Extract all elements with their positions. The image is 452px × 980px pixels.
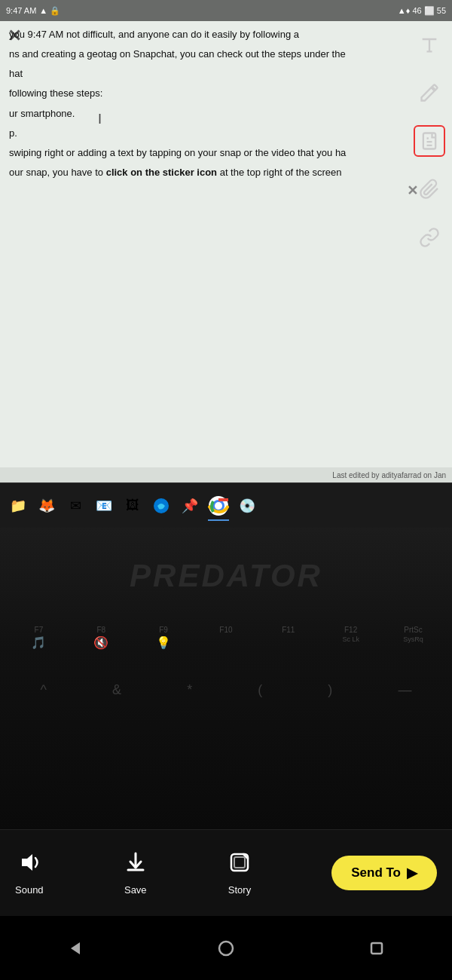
doc-line-3: hat — [9, 66, 398, 81]
doc-line-6: p. — [9, 126, 398, 141]
taskbar-disk[interactable]: 💿 — [235, 494, 259, 518]
svg-marker-5 — [22, 854, 32, 871]
doc-line-7: swiping right or adding a text by tappin… — [9, 145, 398, 161]
sym-caret[interactable]: ^ — [41, 682, 47, 698]
doc-footer: Last edited by adityafarrad on Jan — [0, 467, 452, 482]
taskbar-image[interactable]: 🖼 — [121, 494, 145, 518]
doc-line-1: you 9:47 AM not difficult, and anyone ca… — [9, 27, 398, 42]
story-label: Story — [228, 884, 251, 896]
doc-line-5: ur smartphone. — [9, 106, 398, 121]
save-action[interactable]: Save — [124, 850, 148, 896]
sym-open-paren[interactable]: ( — [258, 682, 262, 698]
svg-marker-8 — [71, 942, 80, 954]
android-nav-bar — [0, 916, 452, 980]
fn-key-f8[interactable]: F8 🔇 — [82, 626, 120, 650]
taskbar-mail-2[interactable]: 📧 — [92, 494, 116, 518]
sym-asterisk[interactable]: * — [187, 682, 192, 698]
nav-recents-button[interactable] — [363, 935, 390, 962]
nav-back-button[interactable] — [62, 935, 89, 962]
send-to-arrow: ▶ — [407, 865, 417, 881]
svg-rect-10 — [371, 943, 382, 954]
time-display: 9:47 AM — [6, 6, 36, 15]
doc-line-2: ns and creating a geotag on Snapchat, yo… — [9, 47, 398, 62]
svg-point-4 — [215, 502, 222, 510]
link-tool-button[interactable] — [414, 222, 445, 253]
taskbar-edge[interactable] — [149, 494, 173, 518]
document-area: 9:47 AM ▲ 🔒 ▲♦ 46 ⬜ 55 ✕ I ✕ you 9:47 AM… — [0, 0, 452, 482]
sound-action[interactable]: Sound — [15, 850, 44, 896]
sym-close-paren[interactable]: ) — [328, 682, 332, 698]
svg-point-9 — [219, 942, 233, 955]
symbol-key-row: ^ & * ( ) — — [0, 682, 452, 698]
edit-tool-button[interactable] — [414, 77, 445, 109]
fn-key-f7[interactable]: F7 🎵 — [20, 626, 57, 650]
save-icon — [124, 850, 148, 880]
text-tool-button[interactable] — [414, 29, 445, 60]
nav-home-button[interactable] — [212, 935, 240, 962]
save-label: Save — [124, 884, 147, 896]
status-left: 9:47 AM ▲ 🔒 — [6, 6, 60, 16]
status-icons-right: ▲♦ 46 ⬜ 55 — [398, 6, 446, 16]
send-to-label: Send To — [351, 865, 401, 880]
fn-key-prtsc[interactable]: PrtSc SysRq — [394, 626, 432, 650]
fn-key-f11[interactable]: F11 — [270, 626, 307, 650]
fn-key-f10[interactable]: F10 — [207, 626, 245, 650]
send-to-button[interactable]: Send To ▶ — [331, 856, 437, 890]
last-edited-text: Last edited by adityafarrad on Jan — [332, 471, 446, 479]
story-action[interactable]: Story — [228, 850, 252, 896]
taskbar-mail-1[interactable]: ✉ — [63, 494, 87, 518]
status-bar: 9:47 AM ▲ 🔒 ▲♦ 46 ⬜ 55 — [0, 0, 452, 21]
fn-key-row: F7 🎵 F8 🔇 F9 💡 F10 F11 F12 Sc Lk PrtSc S… — [0, 626, 452, 650]
status-icons-left: ▲ 🔒 — [39, 6, 60, 16]
right-toolbar — [407, 21, 452, 467]
doc-line-8: our snap, you have to click on the stick… — [9, 165, 398, 180]
sticker-tool-button[interactable] — [414, 125, 445, 157]
snap-action-bar: Sound Save Story Send To ▶ — [0, 829, 452, 916]
taskbar-folder[interactable]: 📁 — [6, 494, 30, 518]
attachment-tool-button[interactable] — [414, 173, 445, 205]
sym-ampersand[interactable]: & — [112, 682, 121, 698]
story-icon — [228, 850, 252, 880]
taskbar-firefox[interactable]: 🦊 — [35, 494, 59, 518]
sound-icon — [17, 850, 41, 880]
sym-dash[interactable]: — — [398, 682, 411, 698]
document-content: you 9:47 AM not difficult, and anyone ca… — [0, 21, 407, 482]
sound-label: Sound — [15, 884, 44, 896]
taskbar-pin[interactable]: 📌 — [178, 494, 202, 518]
taskbar: 📁 🦊 ✉ 📧 🖼 📌 💿 — [0, 482, 452, 528]
laptop-area: PREDATOR F7 🎵 F8 🔇 F9 💡 F10 F11 F12 Sc L… — [0, 528, 452, 829]
fn-key-f9[interactable]: F9 💡 — [145, 626, 182, 650]
taskbar-chrome[interactable] — [206, 494, 231, 518]
svg-rect-7 — [234, 857, 245, 868]
status-right: ▲♦ 46 ⬜ 55 — [398, 6, 446, 16]
fn-key-f12[interactable]: F12 Sc Lk — [332, 626, 370, 650]
predator-logo: PREDATOR — [130, 558, 322, 594]
doc-line-4: following these steps: — [9, 86, 398, 101]
